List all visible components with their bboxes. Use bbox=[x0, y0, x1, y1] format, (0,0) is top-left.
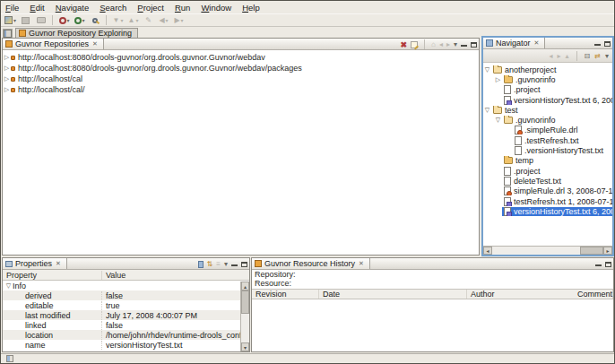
minimize-icon[interactable] bbox=[595, 262, 602, 266]
repository-tree-item[interactable]: http://localhost/cal bbox=[3, 74, 479, 84]
menu-item[interactable]: Edit bbox=[30, 3, 44, 13]
history-column-header[interactable]: Author bbox=[467, 290, 574, 299]
delete-repository-icon[interactable] bbox=[401, 40, 408, 49]
search-button[interactable] bbox=[88, 14, 101, 26]
forward-button[interactable]: ▶▾ bbox=[172, 14, 186, 26]
expand-arrow-icon[interactable] bbox=[483, 107, 491, 114]
navigator-tree-item[interactable]: .guvnorinfo bbox=[483, 74, 612, 84]
expand-arrow-icon[interactable] bbox=[3, 65, 11, 72]
home-icon[interactable] bbox=[431, 40, 436, 48]
add-repository-icon[interactable] bbox=[411, 41, 418, 48]
tab-navigator[interactable]: Navigator bbox=[483, 38, 545, 48]
link-with-editor-icon[interactable]: ⇄ bbox=[594, 52, 601, 60]
close-icon[interactable] bbox=[534, 39, 540, 47]
collapse-all-icon[interactable]: ⊟ bbox=[585, 52, 591, 60]
next-annotation-button[interactable]: ▼▾ bbox=[111, 14, 125, 26]
previous-annotation-button[interactable]: ▲▾ bbox=[126, 14, 140, 26]
back-icon[interactable]: ◂ bbox=[439, 40, 443, 48]
navigator-tree-item[interactable]: .project bbox=[483, 166, 612, 176]
sort-icon[interactable]: ⇅ bbox=[207, 260, 213, 268]
print-button[interactable] bbox=[34, 14, 48, 26]
scrollbar-thumb[interactable] bbox=[580, 247, 603, 255]
scrollbar-thumb[interactable] bbox=[241, 290, 249, 314]
expand-arrow-icon[interactable] bbox=[3, 54, 11, 61]
view-menu-icon[interactable]: ▾ bbox=[224, 260, 228, 268]
navigator-horizontal-scrollbar[interactable]: ◂ ▸ bbox=[483, 246, 612, 255]
menu-item[interactable]: Project bbox=[137, 3, 164, 13]
view-menu-icon[interactable]: ▾ bbox=[454, 40, 457, 48]
expand-arrow-icon[interactable] bbox=[3, 75, 11, 82]
up-icon[interactable]: ▴ bbox=[566, 52, 569, 60]
repository-tree-item[interactable]: http://localhost:8080/drools-guvnor/org.… bbox=[3, 63, 479, 74]
menu-item[interactable]: Search bbox=[100, 3, 126, 13]
navigator-tree-item[interactable]: test bbox=[483, 105, 612, 115]
menu-item[interactable]: Help bbox=[242, 3, 260, 13]
history-column-header[interactable]: Comment bbox=[574, 290, 613, 299]
property-row[interactable]: location /home/john/rhdev/runtime-drools… bbox=[3, 330, 240, 340]
debug-button[interactable]: ▾ bbox=[57, 14, 71, 26]
property-row[interactable]: Info bbox=[3, 281, 240, 290]
scroll-up-icon[interactable]: ▴ bbox=[241, 282, 249, 290]
property-row[interactable]: derived false bbox=[3, 290, 240, 300]
forward-icon[interactable]: ▸ bbox=[558, 52, 561, 60]
back-icon[interactable]: ◂ bbox=[550, 52, 553, 60]
forward-icon[interactable]: ▸ bbox=[446, 40, 450, 48]
navigator-tree-item[interactable]: versionHistoryTest.txt 6, 2008-07-17T15 bbox=[483, 206, 612, 216]
property-row[interactable]: editable true bbox=[3, 300, 240, 310]
property-row[interactable]: last modified July 17, 2008 4:00:07 PM bbox=[3, 310, 240, 320]
expand-arrow-icon[interactable] bbox=[494, 76, 502, 83]
expand-arrow-icon[interactable] bbox=[483, 66, 491, 74]
close-icon[interactable] bbox=[56, 260, 61, 267]
last-edit-location-button[interactable]: ✎ bbox=[142, 14, 155, 26]
navigator-tree-item[interactable]: deleteTest.txt bbox=[483, 176, 612, 186]
column-header-value[interactable]: Value bbox=[101, 271, 249, 280]
back-button[interactable]: ◀▾ bbox=[157, 14, 170, 26]
column-header-property[interactable]: Property bbox=[3, 271, 101, 280]
pin-icon[interactable] bbox=[198, 261, 204, 268]
expand-arrow-icon[interactable] bbox=[494, 117, 502, 124]
tab-guvnor-resource-history[interactable]: Guvnor Resource History bbox=[252, 258, 370, 269]
dropdown-arrow-icon[interactable]: ▾ bbox=[82, 17, 85, 23]
navigator-tree-item[interactable]: anotherproject bbox=[483, 65, 612, 74]
history-column-header[interactable]: Date bbox=[319, 290, 467, 299]
dropdown-arrow-icon[interactable]: ▾ bbox=[13, 17, 16, 23]
scroll-down-icon[interactable]: ▾ bbox=[241, 342, 249, 351]
navigator-tree-item[interactable]: .simpleRule.drl bbox=[483, 126, 612, 135]
minimize-icon[interactable] bbox=[231, 262, 238, 266]
repository-tree-item[interactable]: http://localhost:8080/drools-guvnor/org.… bbox=[3, 52, 479, 63]
navigator-tree-item[interactable]: .guvnorinfo bbox=[483, 115, 612, 125]
repository-tree-item[interactable]: http://localhost/cal/ bbox=[3, 84, 479, 95]
maximize-icon[interactable] bbox=[471, 42, 477, 48]
minimize-icon[interactable] bbox=[461, 42, 467, 47]
maximize-icon[interactable] bbox=[604, 41, 611, 47]
navigator-tree-item[interactable]: .versionHistoryTest.txt bbox=[483, 145, 612, 155]
navigator-tree-item[interactable]: simpleRule.drl 3, 2008-07-15T15:37:34 bbox=[483, 186, 612, 196]
scroll-left-icon[interactable]: ◂ bbox=[483, 247, 492, 255]
menu-item[interactable]: Run bbox=[175, 3, 190, 13]
property-row[interactable]: name versionHistoryTest.txt bbox=[3, 340, 240, 350]
scroll-right-icon[interactable]: ▸ bbox=[603, 247, 612, 255]
save-button[interactable] bbox=[19, 14, 32, 26]
view-menu-icon[interactable]: ▾ bbox=[605, 52, 609, 60]
history-column-header[interactable]: Revision bbox=[252, 290, 319, 299]
filter-icon[interactable]: ≡ bbox=[216, 260, 221, 268]
property-row[interactable]: linked false bbox=[3, 320, 240, 330]
properties-vertical-scrollbar[interactable]: ▴ ▾ bbox=[240, 282, 249, 351]
menu-item[interactable]: Navigate bbox=[56, 3, 90, 13]
navigator-tree-item[interactable]: .project bbox=[483, 85, 612, 95]
maximize-icon[interactable] bbox=[241, 262, 247, 267]
navigator-tree-item[interactable]: temp bbox=[483, 156, 612, 166]
dropdown-arrow-icon[interactable]: ▾ bbox=[67, 17, 70, 23]
tab-guvnor-repositories[interactable]: Guvnor Repositories bbox=[3, 39, 104, 49]
new-wizard-button[interactable]: ▾ bbox=[4, 14, 17, 26]
menu-item[interactable]: File bbox=[5, 3, 19, 13]
navigator-tree-item[interactable]: versionHistoryTest.txt 6, 2008-07-17T11:… bbox=[483, 95, 612, 105]
expand-arrow-icon[interactable] bbox=[4, 282, 13, 290]
navigator-tree-item[interactable]: testRefresh.txt 1, 2008-07-16T15:15:21 bbox=[483, 196, 612, 206]
minimize-icon[interactable] bbox=[594, 41, 601, 46]
tab-properties[interactable]: Properties bbox=[3, 258, 67, 269]
open-perspective-button[interactable] bbox=[3, 29, 13, 39]
menu-item[interactable]: Window bbox=[201, 3, 231, 13]
expand-arrow-icon[interactable] bbox=[3, 86, 11, 93]
navigator-tree-item[interactable]: .testRefresh.txt bbox=[483, 135, 612, 145]
